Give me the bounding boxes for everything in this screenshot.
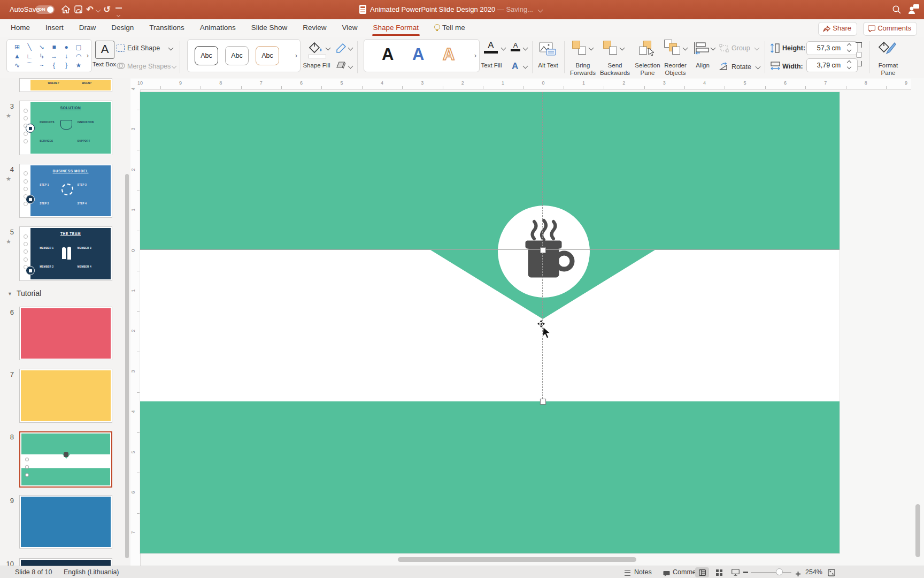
tab-home[interactable]: Home [10, 19, 31, 37]
send-backwards-label[interactable]: Send Backwards [598, 62, 632, 77]
search-icon[interactable] [892, 5, 902, 17]
teal-top-rectangle-shape[interactable] [140, 92, 840, 250]
text-box-label[interactable]: Text Box [91, 61, 118, 69]
shape-effects-chevron-icon[interactable] [348, 64, 353, 69]
shape-gallery[interactable]: ⊞╲↘■●▢▲∟↳→↓◠∿⌒~{}★ › [6, 39, 92, 72]
presenter-icon[interactable] [908, 4, 920, 17]
arc-shape-icon[interactable]: ◠ [73, 52, 84, 60]
shape-fill-chevron-icon[interactable] [326, 45, 331, 51]
customize-toolbar-icon[interactable] [116, 7, 122, 20]
lock-aspect-checkbox[interactable] [856, 52, 862, 58]
slide-thumbnail-5[interactable]: THE TEAMMEMBER 1MEMBER 3MEMBER 2MEMBER 4 [19, 226, 112, 281]
home-icon[interactable] [60, 0, 72, 20]
selection-pane-label[interactable]: Selection Pane [634, 62, 661, 77]
shape-style-option-3[interactable]: Abc [256, 46, 279, 65]
arrow-right-icon[interactable]: → [48, 52, 60, 60]
shape-fill-icon[interactable] [309, 42, 323, 56]
tab-review[interactable]: Review [302, 19, 327, 37]
align-label[interactable]: Align [691, 62, 714, 70]
elbow-connector-icon[interactable]: ∟ [24, 52, 35, 60]
tab-shape-format[interactable]: Shape Format [372, 19, 420, 37]
save-icon[interactable] [73, 0, 84, 20]
slide-thumbnail-3[interactable]: SOLUTIONPRODUCTSINNOVATIONSERVICESSUPPOR… [19, 101, 112, 155]
text-fill-chevron-icon[interactable] [501, 45, 506, 51]
normal-view-button[interactable] [695, 567, 709, 577]
section-collapse-icon[interactable]: ▼ [7, 291, 12, 296]
status-comments-icon[interactable] [663, 569, 670, 578]
tab-animations[interactable]: Animations [199, 19, 237, 37]
curve-icon[interactable]: ~ [36, 61, 48, 70]
edit-shape-chevron-icon[interactable] [168, 45, 174, 51]
wordart-style-option-2[interactable]: A [412, 45, 424, 64]
shape-gallery-expander-icon[interactable]: › [87, 51, 89, 59]
elbow-arrow-connector-icon[interactable]: ↳ [36, 52, 48, 60]
alt-text-icon[interactable] [539, 42, 556, 58]
undo-icon[interactable]: ↶ [84, 0, 95, 19]
section-header-tutorial[interactable]: ▼Tutorial [7, 289, 41, 298]
width-stepper[interactable] [847, 59, 852, 71]
slide-thumbnail-7[interactable] [19, 369, 112, 423]
comments-button[interactable]: Comments [863, 22, 917, 36]
bring-forwards-label[interactable]: Bring Forwards [568, 62, 598, 77]
tab-view[interactable]: View [341, 19, 358, 37]
line-icon[interactable]: ╲ [24, 43, 35, 51]
zoom-slider-thumb[interactable] [776, 568, 783, 575]
horizontal-scrollbar[interactable] [398, 557, 636, 562]
star-shape-icon[interactable]: ★ [73, 61, 84, 70]
rectangle-icon[interactable]: ■ [48, 43, 60, 51]
format-pane-icon[interactable] [879, 41, 897, 59]
shape-effects-icon[interactable] [336, 61, 346, 72]
tab-design[interactable]: Design [110, 19, 135, 37]
teal-bottom-rectangle-shape[interactable] [140, 401, 840, 553]
rounded-rectangle-icon[interactable]: ▢ [73, 43, 84, 51]
text-box-icon[interactable]: A [95, 41, 114, 59]
shape-style-option-1[interactable]: Abc [195, 46, 218, 65]
slide-sorter-view-button[interactable] [712, 567, 726, 577]
shape-outline-chevron-icon[interactable] [348, 45, 353, 51]
text-outline-icon[interactable]: A [511, 42, 520, 51]
edit-shape-icon[interactable] [117, 44, 125, 52]
language-indicator[interactable]: English (Lithuania) [64, 568, 119, 576]
text-outline-chevron-icon[interactable] [523, 45, 528, 51]
selection-handle-bottom[interactable] [540, 399, 546, 405]
align-chevron-icon[interactable] [711, 45, 716, 51]
tab-transitions[interactable]: Transitions [148, 19, 186, 37]
line-arrow-icon[interactable]: ↘ [36, 43, 48, 51]
brace-right-icon[interactable]: } [60, 61, 72, 70]
slide-thumbnail-9[interactable] [19, 495, 112, 549]
scribble-icon[interactable]: ∿ [11, 61, 23, 70]
format-pane-label[interactable]: Format Pane [876, 62, 900, 77]
wordart-style-option-1[interactable]: A [382, 45, 394, 64]
notes-button[interactable]: Notes [634, 568, 652, 576]
slide-thumbnail-4[interactable]: BUSINESS MODELSTEP 1STEP 3STEP 2STEP 4 [19, 164, 112, 218]
zoom-out-icon[interactable] [743, 572, 748, 573]
tab-slide-show[interactable]: Slide Show [250, 19, 289, 37]
share-button[interactable]: Share [818, 22, 857, 36]
selection-handle-top[interactable] [540, 247, 546, 253]
shape-fill-label[interactable]: Shape Fill [303, 62, 330, 70]
zoom-in-icon[interactable] [795, 569, 801, 578]
shape-style-gallery[interactable]: AbcAbcAbc › [187, 39, 301, 72]
rotate-icon[interactable] [719, 62, 729, 73]
shape-style-option-2[interactable]: Abc [225, 46, 249, 65]
undo-chevron-icon[interactable] [96, 7, 101, 13]
tab-tell-me[interactable]: Tell me [433, 19, 466, 37]
selection-pane-icon[interactable] [639, 41, 654, 55]
slide-thumbnail-6[interactable] [19, 307, 112, 360]
oval-icon[interactable]: ● [60, 43, 72, 51]
shape-style-expander-icon[interactable]: › [295, 51, 297, 59]
bring-forwards-chevron-icon[interactable] [589, 45, 594, 51]
arrow-down-icon[interactable]: ↓ [60, 52, 72, 60]
reorder-objects-icon[interactable] [664, 40, 680, 55]
panel-scrollbar[interactable] [125, 174, 129, 558]
send-backwards-icon[interactable] [603, 41, 617, 55]
wordart-expander-icon[interactable]: › [474, 51, 476, 59]
tab-draw[interactable]: Draw [78, 19, 97, 37]
selected-vertical-line-shape[interactable] [542, 92, 543, 401]
slide-thumbnail-8[interactable] [19, 431, 112, 488]
bring-forwards-icon[interactable] [572, 41, 586, 55]
edit-shape-label[interactable]: Edit Shape [127, 44, 160, 52]
text-effects-chevron-icon[interactable] [523, 64, 528, 69]
rotate-label[interactable]: Rotate [732, 63, 751, 71]
reorder-objects-label[interactable]: Reorder Objects [660, 62, 690, 77]
